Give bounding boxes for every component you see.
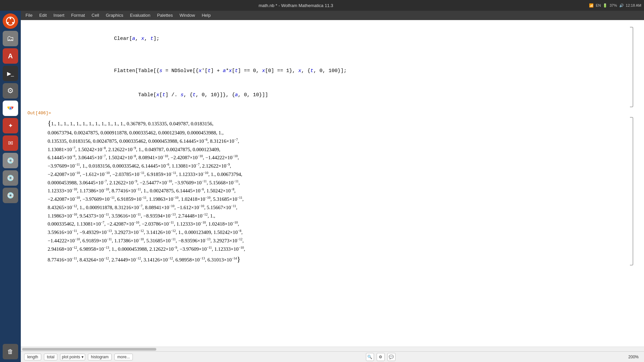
menubar: File Edit Insert Format Cell Graphics Ev… [21, 11, 644, 20]
input-cell-content: Clear[a, x, t]; Flatten[Table[{s = NDSol… [48, 27, 627, 107]
magnify-minus-icon: 🔍 [367, 355, 372, 359]
battery-percent: 37% [609, 3, 617, 7]
output-content: {1., 1., 1., 1., 1., 1., 1., 1., 1., 1.,… [48, 117, 627, 265]
status-zoom-minus-btn[interactable]: 🔍 [366, 353, 374, 361]
svg-point-3 [7, 22, 9, 24]
notebook-scroll[interactable]: Clear[a, x, t]; Flatten[Table[{s = NDSol… [21, 20, 644, 347]
menu-file[interactable]: File [22, 11, 36, 19]
sidebar-mail-icon[interactable]: ✉ [3, 135, 18, 151]
code-line-2: Flatten[Table[{s = NDSolve[{x'[t] + a*x[… [48, 59, 627, 83]
code-line-blank [48, 51, 627, 59]
hscroll-bar[interactable] [22, 348, 156, 351]
status-total-btn[interactable]: total [44, 354, 58, 360]
svg-point-6 [9, 107, 11, 109]
status-comment-btn[interactable]: 💬 [387, 353, 395, 361]
wifi-icon: 📶 [589, 3, 594, 8]
sidebar-files-icon[interactable]: 🗂 [3, 31, 18, 46]
input-cell: Clear[a, x, t]; Flatten[Table[{s = NDSol… [28, 27, 634, 107]
clock: 12:18 AM [626, 3, 641, 7]
output-label: Out[406]= [28, 111, 634, 116]
status-length-btn[interactable]: length [24, 354, 41, 360]
menu-evaluation[interactable]: Evaluation [126, 11, 154, 19]
status-more-btn[interactable]: more... [114, 354, 133, 360]
notebook-content: Clear[a, x, t]; Flatten[Table[{s = NDSol… [21, 20, 644, 272]
system-icons: 📶 EN 🔋 37% 🔊 12:18 AM [589, 3, 641, 8]
chevron-down-icon: ▾ [82, 355, 84, 359]
sidebar: 🗂 A ▶_ ⚙ ✦ ✉ 💿 💿 💿 🗑 [0, 11, 21, 362]
menu-edit[interactable]: Edit [36, 11, 50, 19]
battery-icon: 🔋 [603, 3, 607, 8]
sidebar-trash-icon[interactable]: 🗑 [3, 344, 18, 359]
sidebar-ubuntu-icon[interactable] [3, 13, 18, 29]
titlebar-title: math.nb * - Wolfram Mathematica 11.3 [3, 3, 589, 8]
input-cell-bracket [630, 27, 633, 107]
output-cell-bracket [630, 117, 633, 265]
sidebar-terminal-icon[interactable]: ▶_ [3, 66, 18, 81]
zoom-percent: 200% [628, 355, 639, 359]
hscroll-area [21, 347, 644, 351]
svg-point-1 [10, 18, 11, 19]
menu-graphics[interactable]: Graphics [102, 11, 126, 19]
comment-icon: 💬 [389, 355, 394, 359]
sidebar-settings-icon[interactable]: ⚙ [3, 83, 18, 99]
speaker-icon: 🔊 [619, 3, 624, 8]
sidebar-disk3-icon[interactable]: 💿 [3, 188, 18, 203]
menu-help[interactable]: Help [198, 11, 214, 19]
sidebar-red-icon[interactable]: ✦ [3, 118, 18, 133]
menu-palettes[interactable]: Palettes [154, 11, 176, 19]
titlebar: math.nb * - Wolfram Mathematica 11.3 📶 E… [0, 0, 644, 11]
sidebar-disk2-icon[interactable]: 💿 [3, 170, 18, 186]
sidebar-chrome-icon[interactable] [3, 101, 18, 116]
sidebar-a-icon[interactable]: A [3, 48, 18, 64]
code-line-3: Table[x[t] /. s, {t, 0, 10}]}, {a, 0, 10… [48, 83, 627, 107]
menu-cell[interactable]: Cell [88, 11, 102, 19]
menu-insert[interactable]: Insert [50, 11, 68, 19]
menu-window[interactable]: Window [176, 11, 198, 19]
keyboard-icon: EN [596, 3, 601, 7]
sidebar-disk1-icon[interactable]: 💿 [3, 153, 18, 168]
statusbar: length total plot points ▾ histogram mor… [21, 351, 644, 362]
menu-format[interactable]: Format [68, 11, 88, 19]
main-area: 🗂 A ▶_ ⚙ ✦ ✉ 💿 💿 💿 🗑 File Edit Insert [0, 11, 644, 362]
code-line-1: Clear[a, x, t]; [48, 27, 627, 51]
notebook: File Edit Insert Format Cell Graphics Ev… [21, 11, 644, 362]
svg-point-2 [12, 22, 14, 24]
status-settings-btn[interactable]: ⚙ [377, 353, 385, 361]
settings-icon: ⚙ [379, 355, 382, 359]
status-plotpoints-select[interactable]: plot points ▾ [60, 354, 85, 360]
status-histogram-btn[interactable]: histogram [88, 354, 112, 360]
output-cell: {1., 1., 1., 1., 1., 1., 1., 1., 1., 1.,… [28, 117, 634, 265]
